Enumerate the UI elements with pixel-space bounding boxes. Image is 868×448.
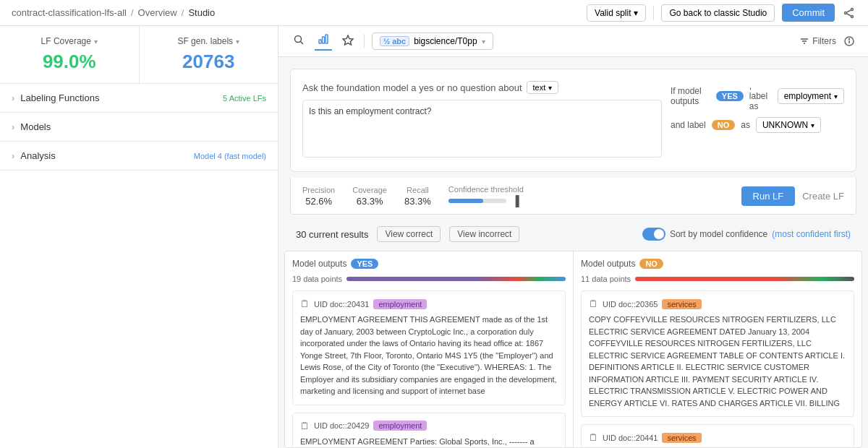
results-count: 30 current results [296,229,368,240]
recall-stat: Recall 83.3% [404,186,431,207]
confidence-stat: Confidence threshold ▐ [448,185,524,207]
commit-button[interactable]: Commit [782,4,835,22]
svg-point-0 [851,8,854,10]
no-dp-bar [635,277,854,281]
svg-rect-7 [319,40,321,43]
sort-label: Sort by model confidence [670,229,767,239]
chevron-down-icon[interactable]: ▾ [94,38,98,46]
model-name: bigscience/T0pp [414,36,477,46]
section-title-models: › Models [12,121,51,132]
yes-data-points: 19 data points [292,275,566,283]
prompt-textarea[interactable]: Is this an employment contract? [302,100,662,158]
svg-line-3 [847,10,851,12]
divider [653,6,654,20]
lf-coverage-label: LF Coverage ▾ [7,36,132,46]
chevron-down-icon: ▾ [634,8,638,18]
breadcrumb-overview[interactable]: Overview [138,7,177,18]
results-header: 30 current results View correct View inc… [284,220,862,248]
chevron-down-icon: ▾ [548,84,552,92]
main-layout: LF Coverage ▾ 99.0% SF gen. labels ▾ 207… [0,26,868,448]
no-data-points: 11 data points [581,275,854,283]
yes-label-select[interactable]: employment ▾ [778,88,844,104]
chevron-down-icon[interactable]: ▾ [236,38,239,46]
breadcrumb-project[interactable]: contract-classification-lfs-all [12,7,127,18]
doc-icon: 🗒 [589,298,598,309]
top-nav: contract-classification-lfs-all / Overvi… [0,0,868,26]
share-icon[interactable] [842,6,856,20]
view-correct-button[interactable]: View correct [377,226,441,242]
doc-card: 🗒 UID doc::20365 services COPY COFFEYVIL… [581,290,854,417]
sort-toggle-switch[interactable] [642,228,665,241]
confidence-bar[interactable]: ▐ [448,195,524,207]
left-panel: LF Coverage ▾ 99.0% SF gen. labels ▾ 207… [0,26,278,448]
section-title-analysis: › Analysis [12,150,56,161]
svg-point-1 [851,15,854,17]
doc-tag: employment [373,299,427,309]
stats-row: Precision 52.6% Coverage 63.3% Recall 83… [290,178,856,215]
section-models[interactable]: › Models [0,113,278,142]
doc-card: 🗒 UID doc::20431 employment EMPLOYMENT A… [292,290,566,405]
breadcrumb-sep2: / [182,7,184,18]
config-row: Ask the foundation model a yes or no que… [302,81,844,160]
top-nav-right: Valid split ▾ Go back to classic Studio … [587,4,856,22]
toggle-knob [654,229,664,239]
results-grid: Model outputs YES 19 data points 🗒 UID d… [284,251,862,448]
config-left: Ask the foundation model a yes or no que… [302,81,662,160]
svg-marker-10 [343,35,353,45]
doc-uid: UID doc::20441 [603,434,658,442]
breadcrumb: contract-classification-lfs-all / Overvi… [12,7,215,18]
create-lf-button[interactable]: Create LF [802,191,844,202]
chevron-down-icon: ▾ [811,121,814,129]
right-panel: ½ abc bigscience/T0pp ▾ Filters [278,26,868,448]
chart-icon-btn[interactable] [315,32,332,51]
go-back-button[interactable]: Go back to classic Studio [661,4,775,22]
info-icon[interactable] [842,34,856,48]
run-lf-button[interactable]: Run LF [741,186,796,206]
svg-line-6 [301,42,304,45]
doc-text: EMPLOYMENT AGREEMENT Parties: Global Spo… [300,436,558,448]
action-buttons: Run LF Create LF [741,186,844,206]
doc-card-header: 🗒 UID doc::20441 services [589,432,846,443]
yes-badge: YES [716,91,744,101]
model-select-button[interactable]: ½ abc bigscience/T0pp ▾ [372,33,493,50]
valid-split-label: Valid split [595,8,631,18]
chevron-icon: › [12,150,14,161]
breadcrumb-current: Studio [188,7,215,18]
doc-card-header: 🗒 UID doc::20431 employment [300,298,558,309]
chevron-icon: › [12,121,14,132]
doc-icon: 🗒 [589,432,598,443]
doc-card-header: 🗒 UID doc::20429 employment [300,421,558,431]
lf-coverage-value: 99.0% [7,51,132,73]
svg-point-16 [849,39,850,40]
breadcrumb-sep1: / [131,7,134,18]
stats-left: Precision 52.6% Coverage 63.3% Recall 83… [302,185,524,207]
filters-button[interactable]: Filters [799,36,836,46]
config-right: If model outputs YES , label as employme… [671,81,844,139]
view-incorrect-button[interactable]: View incorrect [449,226,519,242]
bar-chart-icon: ▐ [512,195,519,207]
doc-text: COPY COFFEYVILLE RESOURCES NITROGEN FERT… [589,314,846,409]
confidence-track [448,199,506,203]
chevron-icon: › [12,92,14,103]
config-area-wrapper: Ask the foundation model a yes or no que… [284,63,862,215]
chevron-down-icon: ▾ [482,38,485,46]
toolbar-left: ½ abc bigscience/T0pp ▾ [290,32,493,51]
doc-tag: services [662,433,701,443]
yes-column: Model outputs YES 19 data points 🗒 UID d… [285,251,573,447]
text-type-button[interactable]: text ▾ [527,81,559,94]
config-area: Ask the foundation model a yes or no que… [290,69,856,172]
no-col-header: Model outputs NO [581,259,854,269]
svg-rect-8 [323,37,325,43]
section-labeling-functions[interactable]: › Labeling Functions 5 Active LFs [0,84,278,113]
yes-col-badge: YES [351,259,378,269]
section-analysis[interactable]: › Analysis Model 4 (fast model) [0,142,278,171]
star-icon-btn[interactable] [339,33,357,50]
sf-gen-labels-box: SF gen. labels ▾ 20763 [139,26,278,83]
doc-card: 🗒 UID doc::20441 services [NETSCAPE LOGO… [581,424,854,447]
no-label-row: and label NO as UNKNOWN ▾ [671,117,844,133]
metrics-row: LF Coverage ▾ 99.0% SF gen. labels ▾ 207… [0,26,278,84]
valid-split-button[interactable]: Valid split ▾ [587,4,646,22]
yes-dp-bar [346,277,566,281]
no-label-select[interactable]: UNKNOWN ▾ [756,117,821,133]
search-icon-btn[interactable] [290,33,307,50]
